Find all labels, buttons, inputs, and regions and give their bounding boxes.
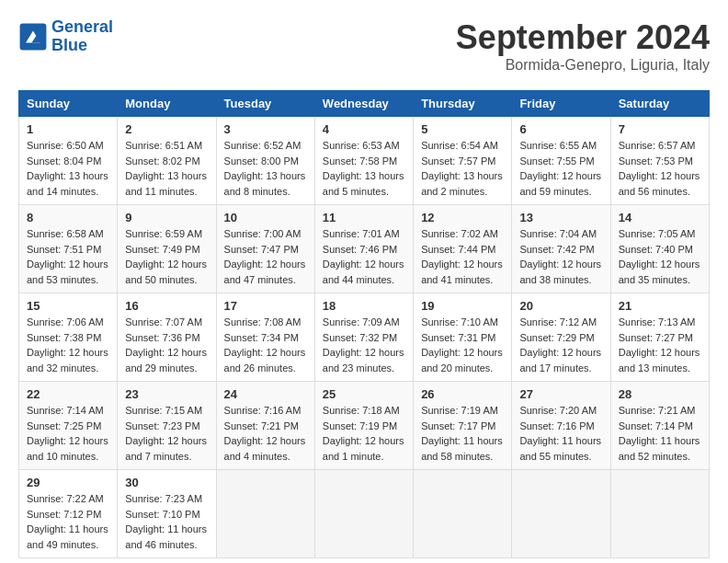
calendar-table: Sunday Monday Tuesday Wednesday Thursday… <box>18 90 710 558</box>
day-info: Sunrise: 7:10 AMSunset: 7:31 PMDaylight:… <box>421 315 504 375</box>
calendar-cell: 4Sunrise: 6:53 AMSunset: 7:58 PMDaylight… <box>314 117 413 205</box>
day-info: Sunrise: 7:01 AMSunset: 7:46 PMDaylight:… <box>323 226 405 287</box>
day-number: 28 <box>619 387 701 401</box>
day-info: Sunrise: 7:20 AMSunset: 7:16 PMDaylight:… <box>519 403 602 464</box>
calendar-cell: 14Sunrise: 7:05 AMSunset: 7:40 PMDayligh… <box>610 205 709 293</box>
day-info: Sunrise: 7:04 AMSunset: 7:42 PMDaylight:… <box>519 226 602 287</box>
calendar-cell: 26Sunrise: 7:19 AMSunset: 7:17 PMDayligh… <box>414 382 512 470</box>
day-number: 11 <box>323 211 405 224</box>
calendar-cell: 11Sunrise: 7:01 AMSunset: 7:46 PMDayligh… <box>314 205 413 293</box>
day-info: Sunrise: 6:50 AMSunset: 8:04 PMDaylight:… <box>27 138 109 199</box>
calendar-cell: 3Sunrise: 6:52 AMSunset: 8:00 PMDaylight… <box>216 117 314 205</box>
day-info: Sunrise: 7:14 AMSunset: 7:25 PMDaylight:… <box>27 403 109 464</box>
calendar-cell: 15Sunrise: 7:06 AMSunset: 7:38 PMDayligh… <box>19 293 118 382</box>
day-info: Sunrise: 7:02 AMSunset: 7:44 PMDaylight:… <box>421 226 504 287</box>
day-number: 15 <box>27 299 109 313</box>
day-number: 8 <box>27 211 109 224</box>
calendar-cell: 5Sunrise: 6:54 AMSunset: 7:57 PMDaylight… <box>414 117 512 205</box>
title-section: September 2024 Bormida-Genepro, Liguria,… <box>456 18 710 74</box>
col-sunday: Sunday <box>19 91 118 117</box>
calendar-cell: 27Sunrise: 7:20 AMSunset: 7:16 PMDayligh… <box>512 382 610 470</box>
day-info: Sunrise: 7:21 AMSunset: 7:14 PMDaylight:… <box>619 403 701 464</box>
day-info: Sunrise: 6:58 AMSunset: 7:51 PMDaylight:… <box>27 226 109 287</box>
calendar-week-3: 15Sunrise: 7:06 AMSunset: 7:38 PMDayligh… <box>19 293 710 382</box>
day-number: 13 <box>519 211 602 224</box>
calendar-cell: 19Sunrise: 7:10 AMSunset: 7:31 PMDayligh… <box>414 293 512 382</box>
day-number: 3 <box>224 122 307 136</box>
day-number: 24 <box>224 387 307 401</box>
calendar-cell: 9Sunrise: 6:59 AMSunset: 7:49 PMDaylight… <box>118 205 216 293</box>
day-number: 20 <box>519 299 602 313</box>
calendar-cell: 7Sunrise: 6:57 AMSunset: 7:53 PMDaylight… <box>610 117 709 205</box>
calendar-cell: 12Sunrise: 7:02 AMSunset: 7:44 PMDayligh… <box>414 205 512 293</box>
day-info: Sunrise: 7:13 AMSunset: 7:27 PMDaylight:… <box>619 315 701 375</box>
calendar-cell: 25Sunrise: 7:18 AMSunset: 7:19 PMDayligh… <box>314 382 413 470</box>
calendar-cell: 16Sunrise: 7:07 AMSunset: 7:36 PMDayligh… <box>118 293 216 382</box>
day-number: 4 <box>323 122 405 136</box>
day-info: Sunrise: 7:19 AMSunset: 7:17 PMDaylight:… <box>421 403 504 464</box>
day-number: 26 <box>421 387 504 401</box>
calendar-cell: 28Sunrise: 7:21 AMSunset: 7:14 PMDayligh… <box>610 382 709 470</box>
calendar-week-1: 1Sunrise: 6:50 AMSunset: 8:04 PMDaylight… <box>19 117 710 205</box>
calendar-cell: 18Sunrise: 7:09 AMSunset: 7:32 PMDayligh… <box>314 293 413 382</box>
day-number: 1 <box>27 122 109 136</box>
day-info: Sunrise: 6:54 AMSunset: 7:57 PMDaylight:… <box>421 138 504 199</box>
calendar-week-2: 8Sunrise: 6:58 AMSunset: 7:51 PMDaylight… <box>19 205 710 293</box>
day-info: Sunrise: 7:23 AMSunset: 7:10 PMDaylight:… <box>125 491 208 552</box>
day-info: Sunrise: 7:06 AMSunset: 7:38 PMDaylight:… <box>27 315 109 375</box>
calendar-cell: 10Sunrise: 7:00 AMSunset: 7:47 PMDayligh… <box>216 205 314 293</box>
calendar-cell <box>314 470 413 558</box>
day-info: Sunrise: 6:53 AMSunset: 7:58 PMDaylight:… <box>323 138 405 199</box>
col-tuesday: Tuesday <box>216 91 314 117</box>
day-number: 21 <box>619 299 701 313</box>
day-number: 2 <box>125 122 208 136</box>
day-info: Sunrise: 7:05 AMSunset: 7:40 PMDaylight:… <box>619 226 701 287</box>
day-number: 9 <box>125 211 208 224</box>
col-saturday: Saturday <box>610 91 709 117</box>
logo-icon <box>18 22 48 52</box>
day-number: 23 <box>125 387 208 401</box>
calendar-cell: 20Sunrise: 7:12 AMSunset: 7:29 PMDayligh… <box>512 293 610 382</box>
calendar-cell: 8Sunrise: 6:58 AMSunset: 7:51 PMDaylight… <box>19 205 118 293</box>
col-friday: Friday <box>512 91 610 117</box>
day-number: 30 <box>125 476 208 489</box>
calendar-cell: 24Sunrise: 7:16 AMSunset: 7:21 PMDayligh… <box>216 382 314 470</box>
calendar-cell <box>610 470 709 558</box>
day-info: Sunrise: 7:18 AMSunset: 7:19 PMDaylight:… <box>323 403 405 464</box>
day-info: Sunrise: 6:51 AMSunset: 8:02 PMDaylight:… <box>125 138 208 199</box>
col-thursday: Thursday <box>414 91 512 117</box>
day-info: Sunrise: 6:52 AMSunset: 8:00 PMDaylight:… <box>224 138 307 199</box>
calendar-cell: 29Sunrise: 7:22 AMSunset: 7:12 PMDayligh… <box>19 470 118 558</box>
calendar-cell: 2Sunrise: 6:51 AMSunset: 8:02 PMDaylight… <box>118 117 216 205</box>
calendar-cell: 30Sunrise: 7:23 AMSunset: 7:10 PMDayligh… <box>118 470 216 558</box>
day-number: 10 <box>224 211 307 224</box>
day-info: Sunrise: 7:22 AMSunset: 7:12 PMDaylight:… <box>27 491 109 552</box>
calendar-cell: 22Sunrise: 7:14 AMSunset: 7:25 PMDayligh… <box>19 382 118 470</box>
day-info: Sunrise: 6:59 AMSunset: 7:49 PMDaylight:… <box>125 226 208 287</box>
day-info: Sunrise: 6:55 AMSunset: 7:55 PMDaylight:… <box>519 138 602 199</box>
logo-text: General Blue <box>51 18 113 55</box>
calendar-week-4: 22Sunrise: 7:14 AMSunset: 7:25 PMDayligh… <box>19 382 710 470</box>
day-number: 6 <box>519 122 602 136</box>
calendar-cell: 6Sunrise: 6:55 AMSunset: 7:55 PMDaylight… <box>512 117 610 205</box>
day-number: 22 <box>27 387 109 401</box>
day-info: Sunrise: 6:57 AMSunset: 7:53 PMDaylight:… <box>619 138 701 199</box>
day-info: Sunrise: 7:12 AMSunset: 7:29 PMDaylight:… <box>519 315 602 375</box>
calendar-cell <box>512 470 610 558</box>
day-number: 17 <box>224 299 307 313</box>
day-number: 12 <box>421 211 504 224</box>
day-info: Sunrise: 7:08 AMSunset: 7:34 PMDaylight:… <box>224 315 307 375</box>
month-year-title: September 2024 <box>456 18 710 57</box>
day-info: Sunrise: 7:15 AMSunset: 7:23 PMDaylight:… <box>125 403 208 464</box>
col-wednesday: Wednesday <box>314 91 413 117</box>
day-info: Sunrise: 7:16 AMSunset: 7:21 PMDaylight:… <box>224 403 307 464</box>
day-number: 18 <box>323 299 405 313</box>
day-number: 29 <box>27 476 109 489</box>
calendar-cell <box>414 470 512 558</box>
day-number: 7 <box>619 122 701 136</box>
day-number: 16 <box>125 299 208 313</box>
calendar-cell <box>216 470 314 558</box>
calendar-cell: 13Sunrise: 7:04 AMSunset: 7:42 PMDayligh… <box>512 205 610 293</box>
calendar-cell: 21Sunrise: 7:13 AMSunset: 7:27 PMDayligh… <box>610 293 709 382</box>
header-row: Sunday Monday Tuesday Wednesday Thursday… <box>19 91 710 117</box>
